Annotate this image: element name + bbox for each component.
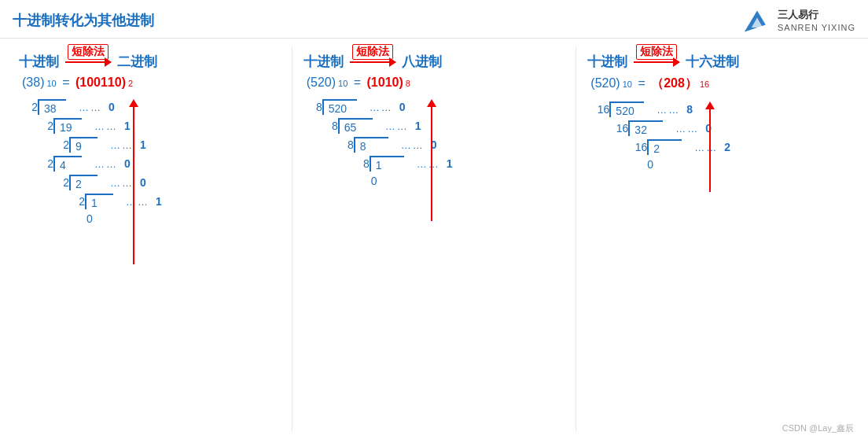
main-content: 十进制 短除法 二进制 (38) 10 = (100110) 2 2 38 ……… (0, 39, 868, 432)
conversion-header-octal: 十进制 短除法 八进制 (303, 53, 442, 71)
page-title: 十进制转化为其他进制 (13, 11, 154, 30)
red-arrow-hex (705, 101, 715, 196)
section-octal: 十进制 短除法 八进制 (520) 10 = (1010) 8 8 520 ……… (292, 46, 577, 432)
div-row-1: 2 38 …… 0 (22, 99, 162, 115)
equation-binary: (38) 10 = (100110) 2 (22, 76, 133, 90)
to-label-binary: 二进制 (117, 53, 157, 71)
header: 十进制转化为其他进制 三人易行 SANREN YIXING (0, 0, 868, 39)
final-zero-octal: 0 (371, 175, 453, 187)
conversion-header-binary: 十进制 短除法 二进制 (19, 53, 157, 71)
div-row-5: 2 2 …… 0 (53, 175, 162, 190)
method-label-hex: 短除法 (636, 44, 677, 60)
red-arrow-binary (129, 99, 138, 272)
svg-marker-0 (745, 10, 766, 31)
div-table-hex: 16 520 …… 8 16 32 …… 0 16 2 …… 2 0 (590, 101, 730, 171)
method-label-binary: 短除法 (68, 44, 108, 60)
from-label-hex: 十进制 (587, 53, 627, 71)
final-zero-hex: 0 (647, 158, 730, 171)
conversion-header-hex: 十进制 短除法 十六进制 (587, 53, 739, 71)
oct-row-4: 8 1 …… 1 (354, 156, 453, 172)
arrow-octal: 短除法 (350, 61, 395, 63)
final-zero-binary: 0 (86, 212, 162, 225)
logo-cn: 三人易行 (778, 8, 855, 22)
from-label-binary: 十进制 (19, 53, 59, 71)
to-label-octal: 八进制 (402, 53, 442, 71)
arrow-hex: 短除法 (634, 61, 679, 63)
div-table-octal: 8 520 …… 0 8 65 …… 1 8 8 …… 0 8 1 (307, 99, 453, 187)
arrow-binary: 短除法 (65, 61, 111, 63)
div-row-6: 2 1 …… 1 (69, 194, 162, 209)
to-label-hex: 十六进制 (686, 53, 739, 71)
logo-text-area: 三人易行 SANREN YIXING (778, 8, 855, 33)
red-arrow-octal (427, 99, 436, 225)
div-row-4: 2 4 …… 0 (38, 156, 162, 172)
div-row-3: 2 9 …… 1 (53, 137, 162, 153)
logo-icon (741, 6, 773, 35)
from-label-octal: 十进制 (303, 53, 344, 71)
logo-area: 三人易行 SANREN YIXING (741, 6, 855, 35)
equation-octal: (520) 10 = (1010) 8 (307, 76, 410, 90)
logo-en: SANREN YIXING (778, 22, 855, 33)
section-binary: 十进制 短除法 二进制 (38) 10 = (100110) 2 2 38 ……… (8, 46, 292, 432)
div-table-binary: 2 38 …… 0 2 19 …… 1 2 9 …… 1 2 4 (22, 99, 162, 225)
method-label-octal: 短除法 (352, 44, 393, 60)
div-row-2: 2 19 …… 1 (38, 118, 162, 134)
hex-row-3: 16 2 …… 2 (628, 139, 730, 155)
watermark: CSDN @Lay_鑫辰 (782, 422, 854, 434)
equation-hex: (520) 10 = （208） 16 (590, 76, 709, 92)
section-hex: 十进制 短除法 十六进制 (520) 10 = （208） 16 16 520 … (576, 46, 860, 432)
